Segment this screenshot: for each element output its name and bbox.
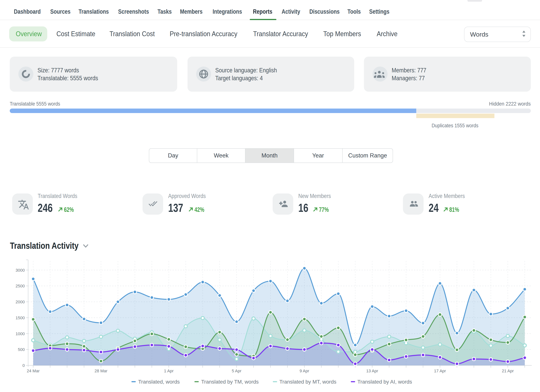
- svg-text:3000: 3000: [15, 268, 25, 273]
- svg-text:2000: 2000: [15, 300, 25, 304]
- svg-text:28 Mar: 28 Mar: [95, 369, 107, 373]
- svg-text:2500: 2500: [15, 284, 25, 288]
- svg-text:17 Apr: 17 Apr: [434, 369, 446, 373]
- svg-text:21 Apr: 21 Apr: [502, 369, 514, 373]
- svg-text:1500: 1500: [15, 316, 25, 320]
- svg-text:13 Apr: 13 Apr: [366, 369, 378, 373]
- svg-text:5 Apr: 5 Apr: [232, 369, 241, 373]
- svg-text:24 Mar: 24 Mar: [27, 369, 40, 373]
- svg-text:0: 0: [22, 363, 25, 368]
- svg-text:1 Apr: 1 Apr: [164, 369, 174, 373]
- svg-text:500: 500: [18, 347, 25, 352]
- svg-text:9 Apr: 9 Apr: [300, 369, 309, 373]
- svg-text:1000: 1000: [15, 332, 25, 336]
